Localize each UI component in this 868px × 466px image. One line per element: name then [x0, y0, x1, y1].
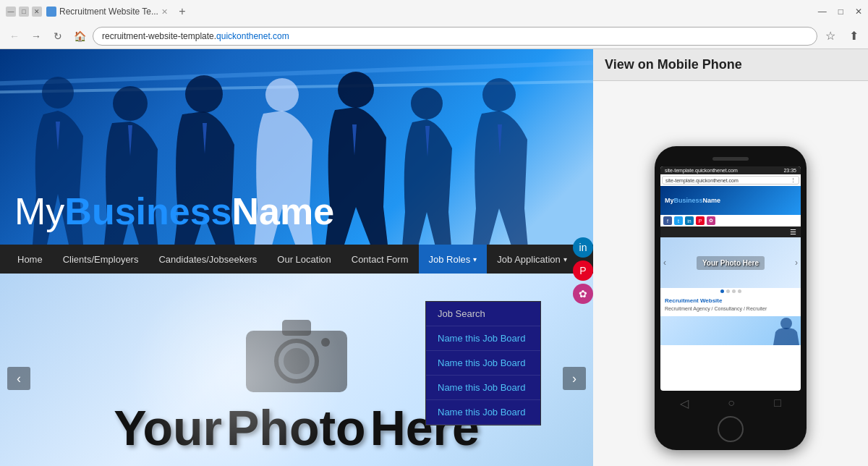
phone-site-desc: Recruitment Agency / Consultancy / Recru…: [665, 305, 796, 312]
phone-slider-next[interactable]: ›: [795, 258, 798, 268]
slider-prev-btn[interactable]: ‹: [7, 367, 30, 390]
dropdown-item-job-search[interactable]: Job Search: [426, 302, 540, 326]
phone-biz-name-part: Name: [703, 197, 721, 204]
back-btn[interactable]: ←: [6, 27, 23, 45]
nav-home[interactable]: Home: [7, 245, 53, 274]
svg-point-1: [113, 86, 148, 121]
phone-instagram-icon[interactable]: ✿: [707, 216, 715, 225]
linkedin-side-icon[interactable]: in: [573, 237, 593, 258]
nav-clients[interactable]: Clients/Employers: [53, 245, 149, 274]
phone-person-silhouette: [772, 316, 801, 345]
home-btn[interactable]: 🏠: [71, 27, 88, 45]
window-maximize-icon[interactable]: □: [838, 7, 843, 17]
hero-header: MyBusinessName: [0, 49, 593, 245]
favorites-icon[interactable]: ☆: [822, 27, 839, 45]
url-domain: quickonthenet.com: [216, 31, 289, 41]
phone-nav-buttons: ◁ ○ □: [660, 397, 801, 410]
job-app-arrow: ▾: [563, 255, 567, 263]
dot-2: [726, 289, 730, 293]
phone-img-placeholder: [660, 316, 801, 345]
mobile-phone-container: site-template.quickonthenet.com 23:35 si…: [593, 81, 868, 466]
phone-mobile-nav: ☰: [660, 226, 801, 237]
minimize-btn[interactable]: —: [6, 7, 16, 17]
phone-hero: MyBusinessName: [660, 186, 801, 215]
svg-point-4: [338, 72, 374, 108]
phone-photo-text: Your Photo Here: [697, 256, 765, 270]
nav-contact[interactable]: Contact Form: [341, 245, 419, 274]
phone-slider-dots: [660, 288, 801, 295]
tab-close[interactable]: ✕: [161, 7, 168, 17]
svg-point-6: [482, 78, 516, 111]
phone-facebook-icon[interactable]: f: [663, 216, 672, 225]
forward-btn[interactable]: →: [27, 27, 45, 45]
phone-twitter-icon[interactable]: t: [674, 216, 683, 225]
tab-favicon: [46, 7, 56, 17]
mobile-header-text: View on Mobile Phone: [605, 57, 742, 72]
right-panel: View on Mobile Phone site-template.quick…: [593, 49, 868, 466]
pinterest-side-icon[interactable]: P: [573, 260, 593, 281]
nav-candidates[interactable]: Candidates/Jobseekers: [148, 245, 267, 274]
close-btn[interactable]: ✕: [32, 7, 42, 17]
dropdown-item-board-1[interactable]: Name this Job Board: [426, 326, 540, 351]
job-roles-arrow: ▾: [473, 255, 477, 263]
maximize-btn[interactable]: □: [19, 7, 29, 17]
address-bar[interactable]: recruitment-website-template.quickonthen…: [93, 27, 817, 46]
phone-physical-home[interactable]: [718, 416, 744, 442]
nav-location[interactable]: Our Location: [267, 245, 341, 274]
svg-point-0: [42, 77, 74, 109]
page-layout: MyBusinessName Home Clients/Employers Ca…: [0, 49, 868, 466]
phone-slider: ‹ Your Photo Here ›: [660, 237, 801, 288]
window-minimize-icon[interactable]: —: [818, 7, 827, 17]
hamburger-icon[interactable]: ☰: [790, 228, 796, 236]
business-my: My: [14, 190, 64, 232]
phone-social-row: f t in P ✿: [660, 215, 801, 226]
new-tab-btn[interactable]: +: [174, 3, 191, 20]
phone-linkedin-icon[interactable]: in: [685, 216, 694, 225]
dot-3: [732, 289, 736, 293]
business-name: MyBusinessName: [14, 192, 334, 230]
mobile-panel-header: View on Mobile Phone: [593, 49, 868, 81]
nav-job-application[interactable]: Job Application ▾: [487, 245, 576, 274]
phone-content: Recruitment Website Recruitment Agency /…: [660, 295, 801, 315]
phone-device: site-template.quickonthenet.com 23:35 si…: [655, 146, 807, 450]
phone-time: 23:35: [783, 168, 796, 173]
tab-title: Recruitment Website Te...: [59, 7, 158, 17]
phone-biz-name: MyBusinessName: [665, 197, 720, 204]
slider-next-btn[interactable]: ›: [563, 367, 586, 390]
dot-1: [720, 289, 724, 293]
phone-site-link[interactable]: Recruitment Website: [665, 297, 796, 304]
dropdown-item-board-4[interactable]: Name this Job Board: [426, 400, 540, 425]
title-bar: — □ ✕ Recruitment Website Te... ✕ + — □ …: [0, 0, 868, 23]
dropdown-item-board-2[interactable]: Name this Job Board: [426, 351, 540, 376]
refresh-btn[interactable]: ↻: [49, 27, 67, 45]
nav-job-roles[interactable]: Job Roles ▾: [419, 245, 488, 274]
phone-photo-area: Your Photo Here: [697, 256, 765, 270]
light-flare: [129, 274, 346, 466]
phone-slider-prev[interactable]: ‹: [663, 258, 666, 268]
dropdown-menu: Job Search Name this Job Board Name this…: [425, 301, 541, 425]
instagram-side-icon[interactable]: ✿: [573, 284, 593, 304]
phone-speaker: [712, 157, 749, 161]
phone-back-btn[interactable]: ◁: [680, 397, 689, 410]
dropdown-item-board-3[interactable]: Name this Job Board: [426, 376, 540, 400]
phone-recent-btn[interactable]: □: [774, 397, 781, 410]
phone-home-circle-btn[interactable]: ○: [728, 397, 735, 410]
phone-address-bar: site-template.quickonthenet.com ⋮: [662, 176, 799, 185]
svg-point-2: [185, 75, 223, 113]
phone-menu-dots[interactable]: ⋮: [791, 177, 796, 183]
phone-biz-my: My: [665, 197, 674, 204]
window-close-icon[interactable]: ✕: [855, 7, 862, 17]
svg-point-5: [411, 88, 443, 119]
phone-screen: site-template.quickonthenet.com 23:35 si…: [660, 166, 801, 391]
business-business: Business: [64, 190, 231, 232]
phone-status-bar: site-template.quickonthenet.com 23:35: [660, 166, 801, 174]
phone-biz-business: Business: [674, 197, 703, 204]
side-social-panel: in P ✿: [573, 237, 593, 304]
share-icon[interactable]: ⬆: [845, 27, 862, 45]
phone-bottom: ◁ ○ □: [660, 397, 801, 442]
svg-point-3: [265, 78, 299, 111]
dot-4: [738, 289, 741, 293]
phone-pinterest-icon[interactable]: P: [696, 216, 705, 225]
website-wrapper: MyBusinessName Home Clients/Employers Ca…: [0, 49, 593, 466]
svg-point-12: [780, 318, 792, 329]
